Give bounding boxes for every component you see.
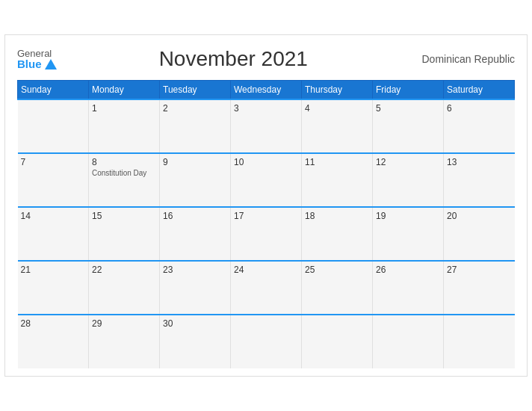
- calendar-cell: 9: [160, 153, 231, 207]
- day-number: 6: [447, 103, 512, 114]
- calendar-cell: 23: [160, 261, 231, 315]
- calendar-cell: 5: [373, 99, 444, 153]
- calendar-title: November 2021: [57, 47, 410, 71]
- day-number: 22: [92, 265, 156, 275]
- country-label: Dominican Republic: [410, 53, 515, 65]
- calendar-cell: [444, 315, 515, 368]
- calendar-week-row: 21222324252627: [18, 261, 515, 315]
- calendar-cell: 8Constitution Day: [89, 153, 160, 207]
- day-number: 19: [376, 211, 440, 221]
- calendar-week-row: 14151617181920: [18, 207, 515, 261]
- calendar-cell: 22: [89, 261, 160, 315]
- day-number: 1: [92, 103, 156, 114]
- calendar-cell: [18, 99, 89, 153]
- day-number: 27: [447, 265, 512, 275]
- calendar-cell: 1: [89, 99, 160, 153]
- day-number: 13: [447, 157, 512, 167]
- calendar-cell: 10: [231, 153, 302, 207]
- day-number: 8: [92, 157, 156, 167]
- calendar-cell: 18: [302, 207, 373, 261]
- day-number: 28: [21, 318, 86, 329]
- weekday-header: Monday: [89, 81, 160, 100]
- day-number: 2: [163, 103, 227, 114]
- day-number: 24: [234, 265, 298, 275]
- calendar-cell: 4: [302, 99, 373, 153]
- day-number: 29: [92, 318, 156, 329]
- calendar-container: General Blue November 2021 Dominican Rep…: [4, 34, 528, 377]
- day-number: 16: [163, 211, 227, 221]
- calendar-cell: 14: [18, 207, 89, 261]
- weekday-row: SundayMondayTuesdayWednesdayThursdayFrid…: [18, 81, 515, 100]
- day-number: 23: [163, 265, 227, 275]
- day-number: 5: [376, 103, 440, 114]
- weekday-header: Thursday: [302, 81, 373, 100]
- calendar-cell: 25: [302, 261, 373, 315]
- day-number: 4: [305, 103, 369, 114]
- day-number: 25: [305, 265, 369, 275]
- calendar-cell: 11: [302, 153, 373, 207]
- calendar-cell: 30: [160, 315, 231, 368]
- header: General Blue November 2021 Dominican Rep…: [17, 47, 515, 71]
- calendar-cell: 13: [444, 153, 515, 207]
- calendar-cell: 2: [160, 99, 231, 153]
- calendar-week-row: 123456: [18, 99, 515, 153]
- calendar-cell: 26: [373, 261, 444, 315]
- logo-blue-text: Blue: [17, 58, 57, 69]
- day-number: 20: [447, 211, 512, 221]
- day-number: 12: [376, 157, 440, 167]
- day-number: 11: [305, 157, 369, 167]
- calendar-cell: 3: [231, 99, 302, 153]
- calendar-body: 12345678Constitution Day9101112131415161…: [18, 99, 515, 368]
- calendar-cell: [231, 315, 302, 368]
- calendar-cell: 16: [160, 207, 231, 261]
- calendar-cell: 24: [231, 261, 302, 315]
- day-number: 26: [376, 265, 440, 275]
- calendar-cell: [302, 315, 373, 368]
- logo: General Blue: [17, 49, 57, 69]
- calendar-cell: 21: [18, 261, 89, 315]
- calendar-table: SundayMondayTuesdayWednesdayThursdayFrid…: [17, 80, 515, 368]
- day-number: 18: [305, 211, 369, 221]
- weekday-header: Wednesday: [231, 81, 302, 100]
- weekday-header: Tuesday: [160, 81, 231, 100]
- day-number: 30: [163, 318, 227, 329]
- calendar-cell: [373, 315, 444, 368]
- calendar-cell: 6: [444, 99, 515, 153]
- calendar-cell: 17: [231, 207, 302, 261]
- day-number: 7: [21, 157, 86, 167]
- calendar-cell: 19: [373, 207, 444, 261]
- day-number: 14: [21, 211, 86, 221]
- calendar-cell: 15: [89, 207, 160, 261]
- logo-triangle-icon: [45, 59, 57, 69]
- holiday-label: Constitution Day: [92, 169, 156, 177]
- calendar-cell: 27: [444, 261, 515, 315]
- weekday-header: Sunday: [18, 81, 89, 100]
- weekday-header: Saturday: [444, 81, 515, 100]
- calendar-cell: 29: [89, 315, 160, 368]
- day-number: 17: [234, 211, 298, 221]
- day-number: 15: [92, 211, 156, 221]
- calendar-cell: 28: [18, 315, 89, 368]
- calendar-cell: 20: [444, 207, 515, 261]
- day-number: 9: [163, 157, 227, 167]
- calendar-week-row: 78Constitution Day910111213: [18, 153, 515, 207]
- day-number: 3: [234, 103, 298, 114]
- calendar-cell: 7: [18, 153, 89, 207]
- calendar-header: SundayMondayTuesdayWednesdayThursdayFrid…: [18, 81, 515, 100]
- calendar-week-row: 282930: [18, 315, 515, 368]
- calendar-cell: 12: [373, 153, 444, 207]
- day-number: 10: [234, 157, 298, 167]
- weekday-header: Friday: [373, 81, 444, 100]
- day-number: 21: [21, 265, 86, 275]
